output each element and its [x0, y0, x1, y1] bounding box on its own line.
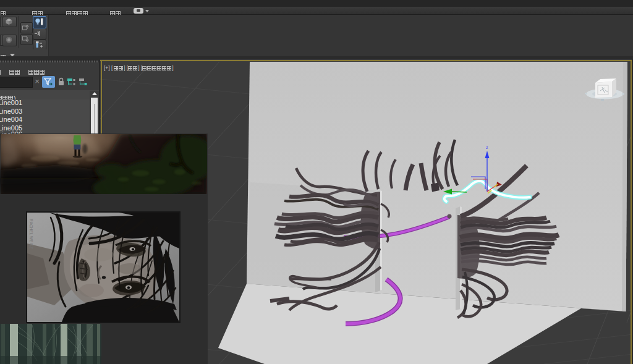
svg-text:z: z	[486, 145, 488, 150]
svg-text:RACHEL WEISZ: RACHEL WEISZ	[29, 219, 33, 249]
